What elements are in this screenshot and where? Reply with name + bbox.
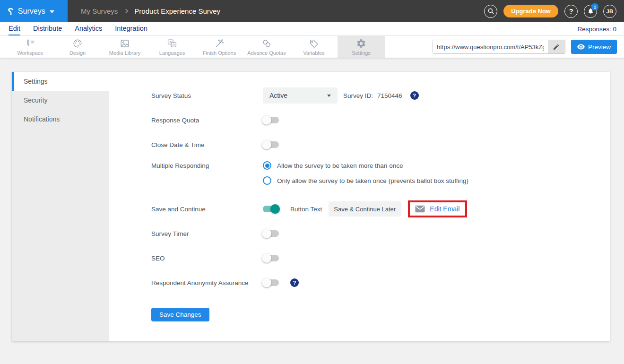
sidebar-item-notifications[interactable]: Notifications <box>12 110 109 129</box>
seo-toggle[interactable] <box>263 255 279 261</box>
survey-url-field <box>433 40 565 54</box>
breadcrumb: My Surveys Product Experience Survey <box>81 7 220 15</box>
variables-tag-icon <box>309 38 319 49</box>
save-changes-button[interactable]: Save Changes <box>151 308 209 321</box>
pencil-icon <box>553 43 560 51</box>
preview-label: Preview <box>588 43 611 51</box>
tool-label: Workspace <box>17 50 43 56</box>
row-anonymity: Respondent Anonymity Assurance ? <box>151 270 610 295</box>
sidebar-item-label: Security <box>24 96 48 104</box>
eye-icon <box>577 44 585 50</box>
section-divider <box>151 300 568 300</box>
tool-label: Settings <box>352 50 371 56</box>
multiple-responding-options: Allow the survey to be taken more than o… <box>263 161 468 185</box>
sidebar-item-label: Settings <box>24 78 48 85</box>
toggle-knob <box>262 229 271 238</box>
radio-option-once[interactable]: Only allow the survey to be taken once (… <box>263 176 468 185</box>
user-avatar[interactable]: JB <box>603 5 616 18</box>
search-icon <box>487 8 494 15</box>
responses-count: Responses: 0 <box>577 22 616 35</box>
radio-button[interactable] <box>263 176 271 185</box>
row-survey-status: Survey Status Active Survey ID: 7150446 … <box>151 83 610 108</box>
row-response-quota: Response Quota <box>151 108 610 132</box>
radio-button[interactable] <box>263 161 271 170</box>
toolbar-item-advance-quotas[interactable]: Advance Quotas <box>243 36 290 58</box>
edit-email-button[interactable]: Edit Email <box>408 200 467 217</box>
anonymity-label: Respondent Anonymity Assurance <box>151 279 263 286</box>
product-name: Surveys <box>18 7 45 16</box>
survey-id-group: Survey ID: 7150446 ? <box>343 91 419 100</box>
toggle-knob <box>270 204 280 214</box>
survey-timer-toggle[interactable] <box>263 230 279 237</box>
close-date-toggle[interactable] <box>263 141 279 148</box>
survey-id-value: 7150446 <box>377 92 402 99</box>
toolbar-item-settings[interactable]: Settings <box>338 36 385 58</box>
preview-button[interactable]: Preview <box>571 40 617 54</box>
tool-label: Media Library <box>109 50 141 56</box>
toggle-knob <box>262 115 271 125</box>
multiple-responding-label: Multiple Responding <box>151 161 263 169</box>
edit-toolbar: Workspace Design Media Library ✶ <box>0 36 624 58</box>
edit-email-label: Edit Email <box>430 205 459 213</box>
upgrade-now-button[interactable]: Upgrade Now <box>503 5 558 17</box>
chevron-down-icon <box>50 10 54 13</box>
tool-label: Design <box>69 50 86 56</box>
survey-timer-label: Survey Timer <box>151 230 263 237</box>
button-text-input[interactable] <box>329 201 401 217</box>
top-header: ? Surveys My Surveys Product Experience … <box>0 0 624 22</box>
finish-wand-icon <box>214 38 225 49</box>
tab-edit[interactable]: Edit <box>9 22 20 35</box>
row-survey-timer: Survey Timer <box>151 221 610 246</box>
anonymity-toggle[interactable] <box>263 279 279 286</box>
response-quota-toggle[interactable] <box>263 117 279 123</box>
tool-label: Variables <box>303 50 324 56</box>
quotas-chain-icon <box>261 38 272 49</box>
design-palette-icon <box>72 38 83 49</box>
help-button[interactable]: ? <box>564 5 578 18</box>
toolbar-right: Preview <box>433 36 624 58</box>
toolbar-item-media-library[interactable]: Media Library <box>101 36 148 58</box>
search-button[interactable] <box>484 5 497 18</box>
chevron-right-icon <box>124 9 129 14</box>
toggle-knob <box>262 140 271 149</box>
tab-integration[interactable]: Integration <box>115 22 147 35</box>
toolbar-item-finish-options[interactable]: Finish Options <box>196 36 243 58</box>
save-and-continue-toggle[interactable] <box>263 206 279 212</box>
notifications-button[interactable]: 1 <box>584 5 597 18</box>
toolbar-item-design[interactable]: Design <box>54 36 101 58</box>
toolbar-item-workspace[interactable]: Workspace <box>7 36 54 58</box>
edit-url-button[interactable] <box>548 40 565 53</box>
product-switcher[interactable]: ? Surveys <box>0 0 68 22</box>
tool-label: Advance Quotas <box>247 50 286 56</box>
radio-option-multiple[interactable]: Allow the survey to be taken more than o… <box>263 161 468 170</box>
svg-text:✶: ✶ <box>169 40 172 43</box>
sidebar-item-security[interactable]: Security <box>12 91 109 110</box>
settings-content: Survey Status Active Survey ID: 7150446 … <box>109 72 610 341</box>
close-date-label: Close Date & Time <box>151 141 263 148</box>
toolbar-item-languages[interactable]: ✶ A Languages <box>148 36 196 58</box>
tab-distribute[interactable]: Distribute <box>33 22 62 35</box>
tool-label: Languages <box>159 50 185 56</box>
chevron-down-icon <box>327 95 331 97</box>
survey-url-input[interactable] <box>433 40 548 53</box>
questionpro-logo-icon: ? <box>8 6 14 16</box>
radio-option-label: Only allow the survey to be taken once (… <box>277 177 468 184</box>
workspace-pencil-list-icon <box>25 38 35 49</box>
survey-id-label: Survey ID: <box>343 92 373 99</box>
breadcrumb-my-surveys[interactable]: My Surveys <box>81 7 118 15</box>
envelope-icon <box>415 205 425 213</box>
toolbar-item-variables[interactable]: Variables <box>290 36 338 58</box>
tool-label: Finish Options <box>203 50 236 56</box>
toggle-knob <box>262 278 271 287</box>
survey-status-select[interactable]: Active <box>263 87 338 104</box>
row-close-date: Close Date & Time <box>151 132 610 157</box>
response-quota-label: Response Quota <box>151 117 263 124</box>
save-and-continue-label: Save and Continue <box>151 206 263 213</box>
row-seo: SEO <box>151 246 610 270</box>
sidebar-item-settings[interactable]: Settings <box>12 72 109 91</box>
tab-analytics[interactable]: Analytics <box>75 22 102 35</box>
anonymity-help-icon[interactable]: ? <box>290 278 299 287</box>
languages-translate-icon: ✶ A <box>167 38 177 49</box>
survey-id-help-icon[interactable]: ? <box>410 91 419 100</box>
breadcrumb-current-survey: Product Experience Survey <box>134 7 220 15</box>
